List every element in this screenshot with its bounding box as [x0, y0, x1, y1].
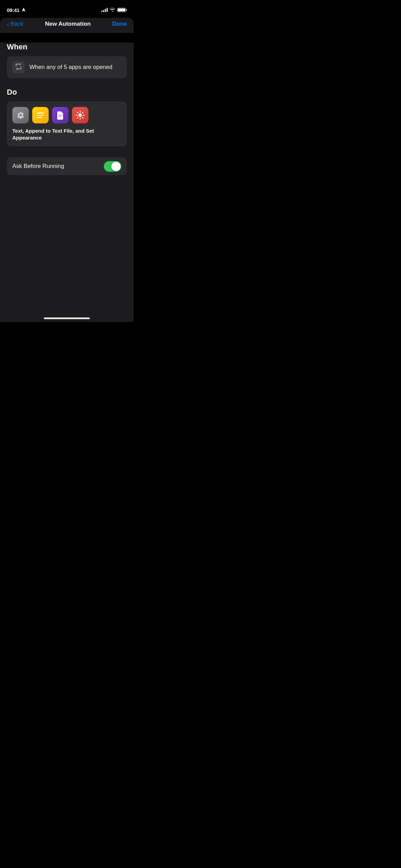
ask-before-running-toggle[interactable] [104, 161, 121, 172]
ask-before-running-label: Ask Before Running [12, 163, 64, 170]
home-indicator-area [0, 315, 134, 322]
location-icon [22, 8, 25, 13]
svg-line-7 [82, 112, 83, 113]
svg-line-5 [77, 112, 78, 113]
chevron-left-icon: ‹ [7, 21, 9, 27]
battery-icon [117, 8, 127, 12]
svg-line-6 [82, 117, 83, 118]
back-button-label: Back [11, 21, 24, 27]
do-actions-card[interactable]: Text, Append to Text File, and Set Appea… [7, 101, 127, 146]
trigger-arrow-icon [15, 63, 22, 71]
status-indicators [101, 8, 127, 13]
notes-lines-icon [37, 112, 44, 118]
file-app-icon [52, 107, 69, 123]
notes-app-icon [32, 107, 49, 123]
when-trigger-text: When any of 5 apps are opened [29, 64, 112, 71]
wifi-icon [110, 8, 115, 13]
main-content: When When any of 5 apps are opened Do [0, 43, 134, 315]
ask-before-running-row: Ask Before Running [7, 157, 127, 175]
when-icon-container [12, 61, 25, 73]
back-button[interactable]: ‹ Back [7, 21, 23, 27]
toggle-knob [111, 162, 121, 171]
signal-bars-icon [101, 8, 108, 12]
svg-point-0 [78, 113, 82, 117]
when-section-header: When [7, 43, 127, 51]
page-title: New Automation [45, 21, 90, 27]
status-time-area: 09:41 [7, 7, 25, 13]
svg-line-8 [77, 117, 78, 118]
time-display: 09:41 [7, 7, 20, 13]
status-bar: 09:41 [0, 0, 134, 17]
appearance-app-icon [72, 107, 88, 123]
settings-app-icon [12, 107, 29, 123]
when-trigger-card[interactable]: When any of 5 apps are opened [7, 56, 127, 78]
do-section-header: Do [7, 88, 127, 97]
action-icons-row [12, 107, 121, 123]
done-button[interactable]: Done [112, 21, 127, 27]
navigation-bar: ‹ Back New Automation Done [0, 18, 134, 33]
do-actions-description: Text, Append to Text File, and Set Appea… [12, 128, 121, 141]
home-indicator-bar [44, 317, 90, 319]
